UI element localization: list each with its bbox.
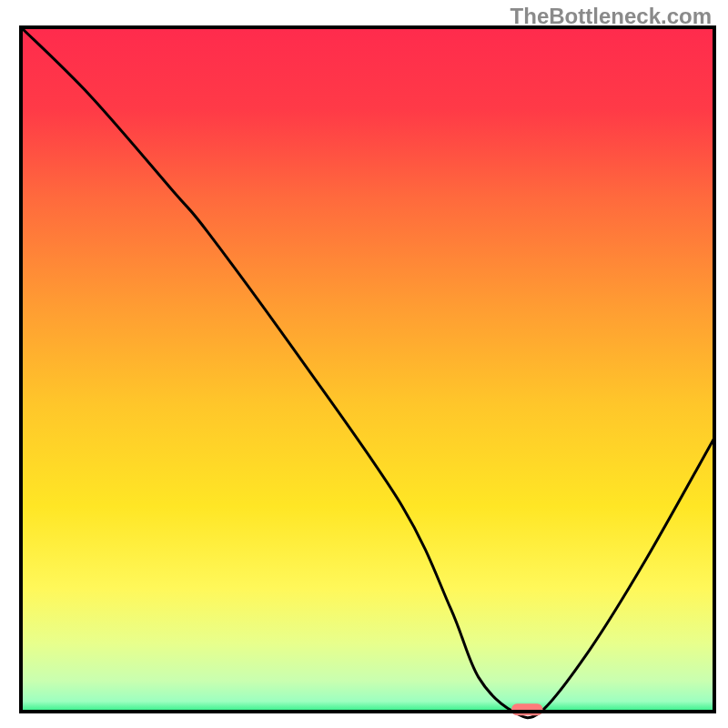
optimal-marker [511, 703, 542, 715]
gradient-background [21, 27, 714, 712]
bottleneck-chart [0, 0, 728, 728]
chart-container: { "watermark": "TheBottleneck.com", "cha… [0, 0, 728, 728]
watermark-text: TheBottleneck.com [511, 4, 712, 29]
